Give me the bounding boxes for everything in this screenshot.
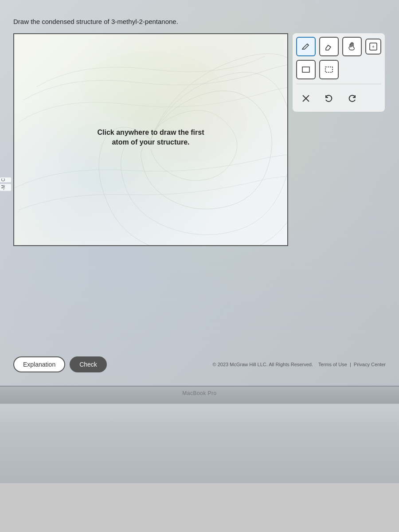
pen-tool-button[interactable] — [296, 37, 316, 56]
add-tool-button[interactable]: + — [365, 39, 381, 55]
svg-rect-6 — [325, 67, 332, 72]
toolbar-row-2 — [296, 60, 381, 79]
privacy-link[interactable]: Privacy Center — [354, 362, 386, 367]
rectangle-dashed-button[interactable] — [319, 60, 339, 79]
rectangle-tool-button[interactable] — [296, 60, 316, 79]
toolbar-row-1: + — [296, 37, 381, 56]
drawing-canvas[interactable]: Click anywhere to draw the first atom of… — [13, 33, 288, 246]
explanation-button[interactable]: Explanation — [13, 356, 65, 372]
toolbar: + — [293, 33, 385, 112]
question-text: Draw the condensed structure of 3-methyl… — [13, 18, 386, 25]
laptop-brand-label: MacBook Pro — [182, 390, 217, 396]
laptop-base: ⊞ ⋯ ⋯ 🔇 🔉 🔊 📷 ◎ ⌂ ^ & * ( ) — + delete 6… — [0, 403, 399, 483]
drawing-container: Click anywhere to draw the first atom of… — [13, 33, 386, 246]
content-area: Draw the condensed structure of 3-methyl… — [0, 9, 399, 255]
svg-rect-5 — [302, 67, 309, 72]
svg-point-2 — [133, 82, 247, 162]
svg-text:+: + — [372, 44, 375, 49]
laptop-bezel: MacBook Pro — [0, 386, 399, 403]
action-buttons: Explanation Check — [13, 356, 107, 372]
eraser-tool-button[interactable] — [319, 37, 339, 56]
terms-link[interactable]: Terms of Use — [318, 362, 347, 367]
screen-area: Draw the condensed structure of 3-methyl… — [0, 0, 399, 386]
copyright-bar: © 2023 McGraw Hill LLC. All Rights Reser… — [213, 362, 386, 367]
delete-button[interactable] — [296, 89, 316, 108]
canvas-instruction: Click anywhere to draw the first atom of… — [98, 128, 204, 148]
toolbar-row-3 — [296, 89, 381, 108]
sidebar-labels: C -M — [0, 177, 11, 191]
undo-button[interactable] — [319, 89, 339, 108]
bottom-bar: Explanation Check © 2023 McGraw Hill LLC… — [13, 356, 386, 372]
hand-tool-button[interactable] — [342, 37, 362, 56]
check-button[interactable]: Check — [70, 356, 107, 372]
toolbar-divider — [296, 84, 381, 84]
redo-button[interactable] — [342, 89, 362, 108]
